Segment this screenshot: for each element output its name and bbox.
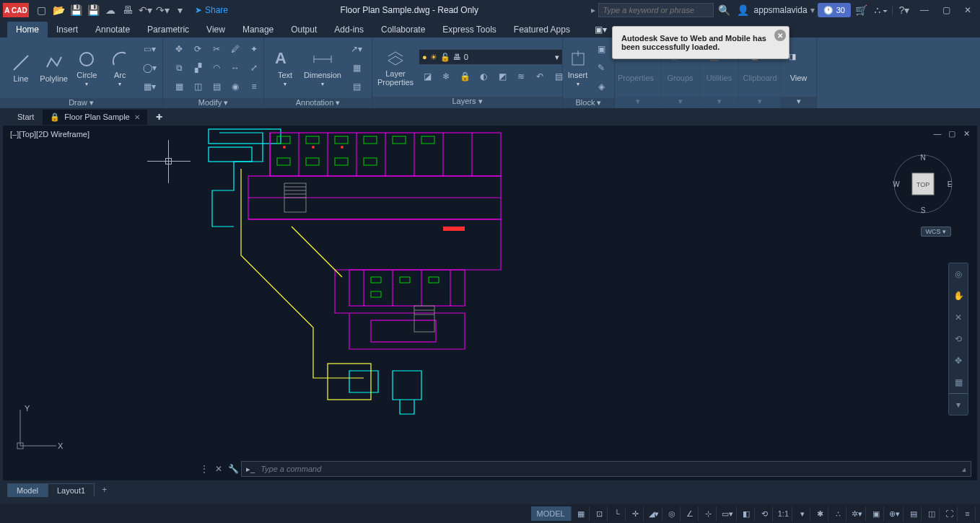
tab-view[interactable]: View (198, 22, 234, 38)
array-icon[interactable]: ▦ (170, 78, 188, 95)
table-icon[interactable]: ▦ (348, 59, 365, 76)
sb-iso-icon[interactable]: ◢▾ (646, 506, 662, 521)
tab-start[interactable]: Start (10, 110, 41, 124)
tab-home[interactable]: Home (7, 22, 48, 38)
nav-wheel-icon[interactable]: ◎ (949, 263, 968, 285)
polyline-button[interactable]: Polyline (38, 41, 71, 95)
saveas-button[interactable]: 💾 (85, 2, 101, 18)
block-attr-icon[interactable]: ◈ (592, 78, 610, 95)
panel-annotation-label[interactable]: Annotation ▾ (264, 98, 372, 108)
block-create-icon[interactable]: ▣ (592, 40, 610, 58)
help-icon[interactable]: ?▾ (896, 2, 912, 18)
block-edit-icon[interactable]: ✎ (592, 59, 610, 76)
share-link[interactable]: ➤ Share (195, 5, 228, 15)
layer-prev-icon[interactable]: ↶ (531, 68, 548, 85)
toast-close-button[interactable]: ✕ (774, 30, 786, 41)
nav-pan-icon[interactable]: ✋ (949, 285, 968, 307)
sb-isolate-icon[interactable]: ◫ (924, 506, 940, 521)
sb-customize-icon[interactable]: ≡ (960, 506, 976, 521)
undo-button[interactable]: ↶▾ (137, 2, 153, 18)
username[interactable]: appsmalavida (754, 5, 808, 15)
redo-button[interactable]: ↷▾ (154, 2, 170, 18)
search-dropdown-icon[interactable]: ▸ (591, 5, 595, 15)
command-line[interactable]: ▸_ Type a command ▴ (241, 461, 971, 477)
close-button[interactable]: ✕ (958, 3, 977, 17)
layout-model[interactable]: Model (7, 483, 48, 497)
open-button[interactable]: 📂 (51, 2, 66, 18)
panel-view-drop[interactable]: ▾ (781, 97, 816, 108)
sb-model[interactable]: MODEL (531, 506, 572, 521)
cmd-history-icon[interactable]: ⋮ (198, 462, 211, 475)
viewcube[interactable]: TOP N S E W WCS ▾ (891, 151, 955, 216)
layer-dropdown[interactable]: ●☀🔓🖶 0 ▾ (419, 49, 563, 65)
tab-express[interactable]: Express Tools (434, 22, 504, 38)
offset-icon[interactable]: ◫ (189, 78, 206, 95)
explode-icon[interactable]: ✦ (245, 40, 263, 58)
sb-polar-icon[interactable]: ✛ (628, 506, 644, 521)
insert-button[interactable]: Insert▾ (567, 41, 588, 95)
layer-make-icon[interactable]: ◩ (494, 68, 511, 85)
line-button[interactable]: Line (4, 41, 38, 95)
cart-icon[interactable]: 🛒 (854, 2, 870, 18)
layer-iso-icon[interactable]: ◪ (419, 68, 436, 85)
sb-units-icon[interactable]: ⊕▾ (886, 506, 904, 521)
maximize-button[interactable]: ▢ (937, 3, 955, 17)
sb-osnap-icon[interactable]: ◎ (665, 506, 681, 521)
cmd-customize-icon[interactable]: 🔧 (227, 462, 240, 475)
sb-ortho-icon[interactable]: └ (610, 506, 626, 521)
layout-add-button[interactable]: + (95, 483, 114, 497)
vp-close-icon[interactable]: ✕ (960, 128, 973, 139)
cmd-recent-icon[interactable]: ▴ (962, 465, 966, 474)
panel-draw-label[interactable]: Draw ▾ (0, 98, 162, 108)
nav-showui-icon[interactable]: ▦ (949, 372, 968, 393)
layer-freeze-icon[interactable]: ❄ (437, 68, 455, 85)
sb-workspace-icon[interactable]: ✲▾ (849, 506, 866, 521)
leader-icon[interactable]: ↗▾ (348, 40, 365, 58)
sb-annovisibility-icon[interactable]: ⛬ (831, 506, 846, 521)
new-button[interactable]: ▢ (33, 2, 49, 18)
erase-icon[interactable]: 🖉 (227, 40, 244, 58)
drawing-canvas[interactable]: [–][Top][2D Wireframe] — ▢ ✕ (3, 126, 977, 480)
panel-modify-label[interactable]: Modify ▾ (163, 98, 263, 108)
sb-scale[interactable]: 1:1 (775, 506, 792, 521)
sb-otrack-icon[interactable]: ⊹ (701, 506, 717, 521)
ellipse-icon[interactable]: ◯▾ (141, 59, 158, 76)
arrayrect-icon[interactable]: ▤ (208, 78, 225, 95)
plot-button[interactable]: 🖶 (120, 2, 136, 18)
apps-icon[interactable]: ⛬▾ (872, 2, 888, 18)
copy-icon[interactable]: ⧉ (170, 59, 188, 76)
mtext-icon[interactable]: ▤ (348, 78, 365, 95)
rect-icon[interactable]: ▭▾ (141, 40, 158, 58)
sb-lwt-icon[interactable]: ▭▾ (719, 506, 737, 521)
user-dropdown-icon[interactable]: ▾ (810, 5, 815, 15)
sb-transparency-icon[interactable]: ◧ (739, 506, 755, 521)
mirror-icon[interactable]: ▞ (189, 59, 206, 76)
trim-icon[interactable]: ✂ (208, 40, 225, 58)
nav-showmotion-icon[interactable]: ✥ (949, 350, 968, 372)
layer-lock-icon[interactable]: 🔒 (456, 68, 473, 85)
layout-layout1[interactable]: Layout1 (48, 483, 95, 497)
saveweb-button[interactable]: ☁ (102, 2, 118, 18)
tab-manage[interactable]: Manage (234, 22, 282, 38)
sb-grid-icon[interactable]: ▦ (574, 506, 590, 521)
view-label[interactable]: [–][Top][2D Wireframe] (10, 130, 89, 139)
trial-badge[interactable]: 🕐 30 (818, 3, 851, 17)
tab-close-button[interactable]: ✕ (134, 113, 140, 121)
fillet-icon[interactable]: ◠ (208, 59, 225, 76)
panel-util-drop[interactable]: ▾ (700, 97, 738, 108)
tab-parametric[interactable]: Parametric (139, 22, 198, 38)
sb-snap-icon[interactable]: ⊡ (592, 506, 608, 521)
minimize-button[interactable]: — (915, 3, 934, 17)
save-button[interactable]: 💾 (68, 2, 84, 18)
stretch-icon[interactable]: ↔ (227, 59, 244, 76)
arraypolar-icon[interactable]: ◉ (227, 78, 244, 95)
sb-cycling-icon[interactable]: ⟲ (757, 506, 773, 521)
sb-annoscale-icon[interactable]: ✱ (813, 506, 828, 521)
hatch-icon[interactable]: ▦▾ (141, 78, 158, 95)
sb-hardware-icon[interactable]: ▤ (906, 506, 922, 521)
tab-addins[interactable]: Add-ins (325, 22, 372, 38)
nav-zoom-icon[interactable]: ✕ (949, 307, 968, 328)
tab-current-file[interactable]: 🔒 Floor Plan Sample ✕ (43, 110, 147, 125)
search-input[interactable] (598, 3, 714, 17)
tab-featured[interactable]: Featured Apps (505, 22, 579, 38)
